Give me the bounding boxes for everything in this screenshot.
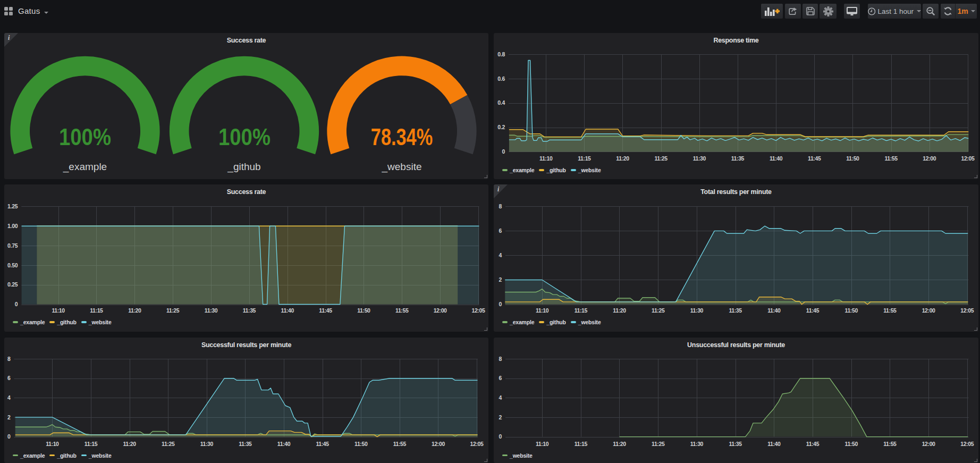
svg-text:4: 4 [7, 394, 11, 401]
svg-text:12:00: 12:00 [923, 155, 936, 162]
svg-text:12:05: 12:05 [960, 441, 974, 447]
svg-text:12:05: 12:05 [471, 307, 485, 314]
svg-text:11:40: 11:40 [277, 441, 291, 447]
svg-text:0: 0 [499, 301, 502, 307]
svg-text:11:40: 11:40 [767, 307, 781, 314]
svg-text:11:15: 11:15 [578, 155, 591, 162]
svg-text:0.4: 0.4 [497, 99, 505, 106]
svg-text:11:50: 11:50 [357, 307, 370, 314]
svg-text:11:50: 11:50 [846, 155, 859, 162]
svg-text:11:45: 11:45 [806, 307, 820, 314]
svg-text:0: 0 [15, 301, 18, 307]
svg-text:0.8: 0.8 [497, 51, 505, 57]
svg-text:11:15: 11:15 [575, 441, 588, 447]
svg-text:1.00: 1.00 [7, 223, 18, 229]
svg-text:11:35: 11:35 [243, 307, 256, 314]
svg-text:12:00: 12:00 [922, 441, 935, 447]
svg-text:2: 2 [499, 276, 502, 283]
svg-text:4: 4 [499, 394, 502, 401]
svg-text:11:20: 11:20 [128, 307, 141, 314]
svg-text:11:30: 11:30 [690, 307, 704, 314]
svg-text:11:10: 11:10 [536, 307, 549, 314]
svg-text:11:40: 11:40 [770, 155, 783, 162]
svg-text:11:55: 11:55 [393, 441, 407, 447]
svg-text:0.2: 0.2 [497, 124, 505, 130]
svg-text:11:15: 11:15 [85, 441, 98, 447]
svg-text:6: 6 [7, 375, 11, 381]
svg-text:11:50: 11:50 [845, 441, 858, 447]
svg-text:11:15: 11:15 [575, 307, 588, 314]
svg-text:6: 6 [499, 228, 502, 234]
svg-text:11:45: 11:45 [319, 307, 332, 314]
svg-text:11:25: 11:25 [652, 307, 665, 314]
svg-text:12:05: 12:05 [960, 307, 974, 314]
svg-text:12:05: 12:05 [961, 155, 974, 162]
svg-text:11:20: 11:20 [613, 441, 626, 447]
svg-text:0.50: 0.50 [7, 262, 18, 268]
svg-text:12:00: 12:00 [432, 441, 445, 447]
svg-text:11:30: 11:30 [200, 441, 214, 447]
svg-text:11:40: 11:40 [767, 441, 781, 447]
svg-text:11:20: 11:20 [123, 441, 136, 447]
svg-text:11:55: 11:55 [884, 155, 898, 162]
svg-text:11:35: 11:35 [729, 307, 742, 314]
svg-text:11:25: 11:25 [166, 307, 180, 314]
svg-text:11:35: 11:35 [731, 155, 745, 162]
svg-text:11:45: 11:45 [806, 441, 820, 447]
svg-text:11:55: 11:55 [395, 307, 409, 314]
svg-text:11:25: 11:25 [652, 441, 665, 447]
svg-text:11:35: 11:35 [729, 441, 742, 447]
svg-text:11:10: 11:10 [46, 441, 59, 447]
svg-text:11:50: 11:50 [354, 441, 368, 447]
svg-text:0.75: 0.75 [7, 242, 18, 249]
svg-text:8: 8 [499, 203, 502, 209]
svg-text:11:50: 11:50 [845, 307, 858, 314]
svg-text:11:30: 11:30 [693, 155, 706, 162]
svg-text:0.6: 0.6 [497, 75, 505, 82]
svg-text:6: 6 [499, 375, 502, 381]
svg-text:11:20: 11:20 [616, 155, 629, 162]
svg-text:11:55: 11:55 [883, 307, 897, 314]
svg-text:0: 0 [499, 433, 502, 440]
svg-text:0: 0 [502, 148, 505, 155]
svg-text:2: 2 [7, 414, 11, 420]
svg-text:1.25: 1.25 [7, 203, 18, 209]
svg-text:11:55: 11:55 [883, 441, 897, 447]
svg-text:12:05: 12:05 [470, 441, 484, 447]
svg-text:8: 8 [499, 356, 502, 362]
svg-text:2: 2 [499, 414, 502, 420]
svg-text:11:45: 11:45 [808, 155, 821, 162]
svg-text:12:00: 12:00 [434, 307, 447, 314]
svg-text:0: 0 [7, 433, 11, 440]
svg-text:11:10: 11:10 [52, 307, 65, 314]
svg-text:11:20: 11:20 [613, 307, 626, 314]
svg-text:11:30: 11:30 [205, 307, 218, 314]
svg-text:11:25: 11:25 [654, 155, 668, 162]
svg-text:11:35: 11:35 [239, 441, 252, 447]
svg-text:11:25: 11:25 [162, 441, 175, 447]
svg-text:4: 4 [499, 252, 502, 258]
svg-text:12:00: 12:00 [922, 307, 935, 314]
svg-text:0.25: 0.25 [7, 281, 18, 288]
svg-text:11:15: 11:15 [90, 307, 103, 314]
svg-text:11:45: 11:45 [316, 441, 329, 447]
svg-text:11:30: 11:30 [690, 441, 704, 447]
svg-text:11:10: 11:10 [539, 155, 553, 162]
svg-text:11:40: 11:40 [281, 307, 294, 314]
svg-text:8: 8 [7, 356, 11, 362]
svg-text:11:10: 11:10 [536, 441, 549, 447]
